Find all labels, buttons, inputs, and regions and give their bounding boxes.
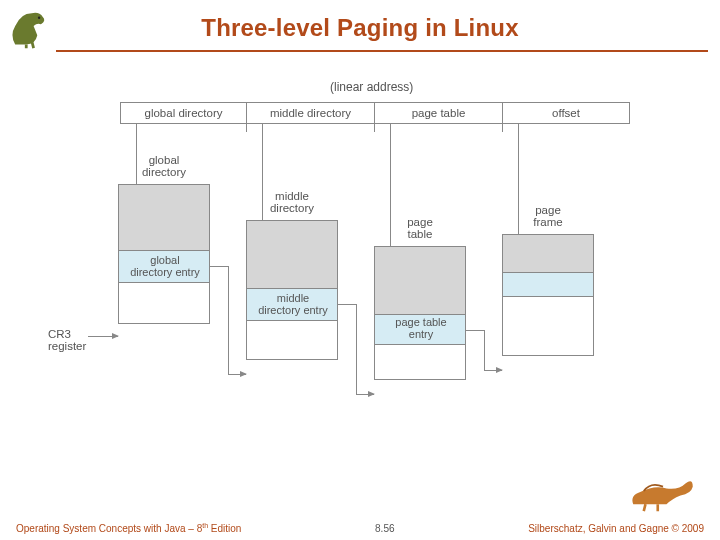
footer-center: 8.56 <box>375 523 394 534</box>
la-field-label: page table <box>412 107 466 119</box>
title-underline <box>56 50 708 52</box>
entry-label-middle: middle directory entry <box>254 292 332 316</box>
dinosaur-right-icon <box>628 468 698 514</box>
page-table <box>374 246 466 380</box>
arrow-seg <box>484 330 485 370</box>
la-field-offset: offset <box>502 102 630 124</box>
linear-address-caption: (linear address) <box>330 80 413 94</box>
arrow-seg <box>228 266 229 374</box>
svg-point-0 <box>38 17 40 19</box>
table-label-pageframe: page frame <box>502 204 594 228</box>
arrow-seg <box>228 374 246 375</box>
middle-directory-table <box>246 220 338 360</box>
arrow-cr3 <box>88 336 118 337</box>
entry-label-pagetable: page table entry <box>380 316 462 340</box>
arrow-seg <box>356 304 357 394</box>
la-field-label: middle directory <box>270 107 351 119</box>
footer-left: Operating System Concepts with Java – 8t… <box>16 522 241 534</box>
arrow-seg <box>210 266 228 267</box>
table-label-global: global directory <box>118 154 210 178</box>
cr3-register-label: CR3 register <box>48 328 86 352</box>
slide-header: Three-level Paging in Linux <box>0 0 720 58</box>
page-frame <box>502 234 594 356</box>
la-field-middle: middle directory <box>246 102 374 124</box>
la-field-label: global directory <box>145 107 223 119</box>
arrow-seg <box>484 370 502 371</box>
table-label-pagetable: page table <box>374 216 466 240</box>
arrow-seg <box>356 394 374 395</box>
footer-right: Silberschatz, Galvin and Gagne © 2009 <box>528 523 704 534</box>
field-tick <box>502 124 503 132</box>
field-tick <box>374 124 375 132</box>
field-tick <box>246 124 247 132</box>
arrow-seg <box>466 330 484 331</box>
paging-diagram: (linear address) global directory middle… <box>40 80 680 460</box>
la-field-label: offset <box>552 107 580 119</box>
slide-footer: Operating System Concepts with Java – 8t… <box>0 522 720 534</box>
la-field-global: global directory <box>120 102 246 124</box>
arrow-seg <box>338 304 356 305</box>
slide-title: Three-level Paging in Linux <box>0 0 720 42</box>
footer-left-prefix: Operating System Concepts with Java – 8 <box>16 523 202 534</box>
table-label-middle: middle directory <box>246 190 338 214</box>
la-field-pagetable: page table <box>374 102 502 124</box>
footer-left-suffix: Edition <box>208 523 241 534</box>
dinosaur-left-icon <box>6 4 52 50</box>
entry-label-global: global directory entry <box>126 254 204 278</box>
